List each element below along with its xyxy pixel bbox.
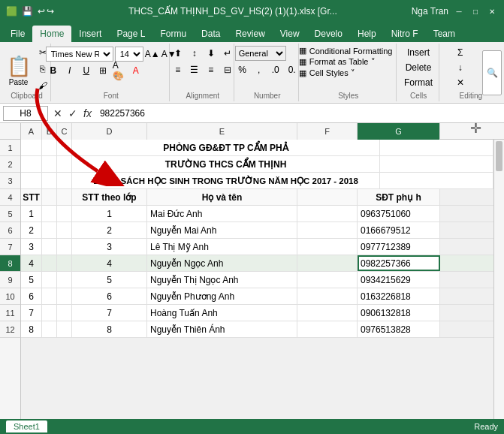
- tab-formulas[interactable]: Formu: [152, 26, 194, 42]
- font-color-button[interactable]: A: [128, 63, 143, 78]
- format-as-table-button[interactable]: ▦ Format as Table ˅: [296, 56, 401, 68]
- row-header-12[interactable]: 12: [0, 321, 20, 338]
- row-header-5[interactable]: 5: [0, 206, 20, 222]
- cell-a4[interactable]: STT: [21, 189, 42, 205]
- cell-d4[interactable]: STT theo lớp: [72, 189, 147, 205]
- fill-color-button[interactable]: A🎨: [112, 63, 127, 78]
- cell-g6[interactable]: 0166679512: [358, 222, 440, 238]
- delete-cells-button[interactable]: Delete: [411, 60, 426, 75]
- align-top-button[interactable]: ⬆: [171, 46, 186, 61]
- cell-c5[interactable]: [57, 206, 72, 222]
- cell-g8[interactable]: 0982257366: [358, 255, 440, 271]
- cell-d7[interactable]: 3: [72, 239, 147, 255]
- cell-a3[interactable]: [21, 173, 42, 188]
- align-left-button[interactable]: ≡: [171, 62, 186, 77]
- scrollbar-thumb[interactable]: [496, 141, 502, 171]
- comma-button[interactable]: ,: [252, 62, 267, 77]
- cell-c3[interactable]: [57, 173, 72, 188]
- cell-e11[interactable]: Hoàng Tuấn Anh: [147, 305, 297, 321]
- cell-a1[interactable]: [21, 140, 42, 155]
- cell-b7[interactable]: [42, 239, 57, 255]
- col-header-d[interactable]: D: [72, 123, 147, 140]
- cell-b8[interactable]: [42, 255, 57, 271]
- tab-file[interactable]: File: [3, 26, 32, 42]
- border-button[interactable]: ⊞: [95, 63, 110, 78]
- row-header-1[interactable]: 1: [0, 140, 20, 156]
- vertical-scrollbar[interactable]: [493, 140, 504, 419]
- col-header-c[interactable]: C: [57, 123, 72, 140]
- cell-d6[interactable]: 2: [72, 222, 147, 238]
- tab-nitro[interactable]: Nitro F: [384, 26, 426, 42]
- cell-d12[interactable]: 8: [72, 321, 147, 337]
- cell-b9[interactable]: [42, 272, 57, 288]
- col-header-g[interactable]: G: [358, 123, 440, 140]
- cell-d1[interactable]: PHÒNG GĐ&ĐT TP CẨM PHẢ: [72, 140, 380, 155]
- align-bottom-button[interactable]: ⬇: [204, 46, 219, 61]
- search-button[interactable]: 🔍: [482, 50, 502, 95]
- autosum-button[interactable]: Σ: [453, 45, 468, 60]
- cell-d5[interactable]: 1: [72, 206, 147, 222]
- format-cells-button[interactable]: Format: [411, 75, 426, 90]
- cell-c2[interactable]: [57, 156, 72, 172]
- italic-button[interactable]: I: [62, 63, 77, 78]
- cell-d11[interactable]: 7: [72, 305, 147, 321]
- cell-a7[interactable]: 3: [21, 239, 42, 255]
- cell-f9[interactable]: [297, 272, 358, 288]
- cell-e7[interactable]: Lê Thị Mỹ Anh: [147, 239, 297, 255]
- cell-b1[interactable]: [42, 140, 57, 155]
- cell-c8[interactable]: [57, 255, 72, 271]
- cell-e8[interactable]: Nguyễn Ngọc Anh: [147, 255, 297, 271]
- tab-page-layout[interactable]: Page L: [109, 26, 152, 42]
- cell-e6[interactable]: Nguyễn Mai Anh: [147, 222, 297, 238]
- cell-b3[interactable]: [42, 173, 57, 188]
- cell-g12[interactable]: 0976513828: [358, 321, 440, 337]
- cell-a9[interactable]: 5: [21, 272, 42, 288]
- bold-button[interactable]: B: [46, 63, 61, 78]
- row-header-2[interactable]: 2: [0, 156, 20, 173]
- cell-a5[interactable]: 1: [21, 206, 42, 222]
- cell-g1[interactable]: ✛: [380, 140, 493, 155]
- cell-c6[interactable]: [57, 222, 72, 238]
- redo-icon[interactable]: ↪: [47, 6, 54, 17]
- cell-b6[interactable]: [42, 222, 57, 238]
- cell-a10[interactable]: 6: [21, 288, 42, 304]
- cell-g2[interactable]: [380, 156, 493, 172]
- increase-font-button[interactable]: A▲: [145, 47, 160, 62]
- cell-g11[interactable]: 0906132818: [358, 305, 440, 321]
- col-header-f[interactable]: F: [297, 123, 358, 140]
- sheet-tab[interactable]: Sheet1: [6, 420, 47, 432]
- cell-d10[interactable]: 6: [72, 288, 147, 304]
- cell-b11[interactable]: [42, 305, 57, 321]
- cell-a8[interactable]: 4: [21, 255, 42, 271]
- cell-c10[interactable]: [57, 288, 72, 304]
- cell-reference-input[interactable]: [3, 106, 48, 121]
- cell-f11[interactable]: [297, 305, 358, 321]
- minimize-button[interactable]: ─: [453, 5, 465, 17]
- font-size-select[interactable]: 14: [115, 47, 143, 62]
- cell-b4[interactable]: [42, 189, 57, 205]
- cell-c7[interactable]: [57, 239, 72, 255]
- align-center-button[interactable]: ☰: [187, 62, 202, 77]
- cell-g4[interactable]: SĐT phụ h: [358, 189, 440, 205]
- col-header-a[interactable]: A: [21, 123, 42, 140]
- font-family-select[interactable]: Times New R: [46, 47, 113, 62]
- row-header-7[interactable]: 7: [0, 239, 20, 255]
- row-header-11[interactable]: 11: [0, 305, 20, 321]
- save-icon[interactable]: 💾: [22, 6, 33, 17]
- cell-e4[interactable]: Họ và tên: [147, 189, 297, 205]
- tab-developer[interactable]: Develo: [307, 26, 350, 42]
- cell-c9[interactable]: [57, 272, 72, 288]
- insert-function-button[interactable]: fx: [81, 107, 94, 119]
- cell-b2[interactable]: [42, 156, 57, 172]
- cell-e10[interactable]: Nguyễn Phương Anh: [147, 288, 297, 304]
- cell-f5[interactable]: [297, 206, 358, 222]
- close-button[interactable]: ✕: [486, 5, 498, 17]
- cell-f4[interactable]: [297, 189, 358, 205]
- align-middle-button[interactable]: ↕: [187, 46, 202, 61]
- cell-e12[interactable]: Nguyễn Thiên Ánh: [147, 321, 297, 337]
- row-header-10[interactable]: 10: [0, 288, 20, 305]
- cell-g9[interactable]: 0934215629: [358, 272, 440, 288]
- cancel-formula-button[interactable]: ✕: [51, 107, 65, 119]
- cell-c1[interactable]: [57, 140, 72, 155]
- row-header-4[interactable]: 4: [0, 189, 20, 206]
